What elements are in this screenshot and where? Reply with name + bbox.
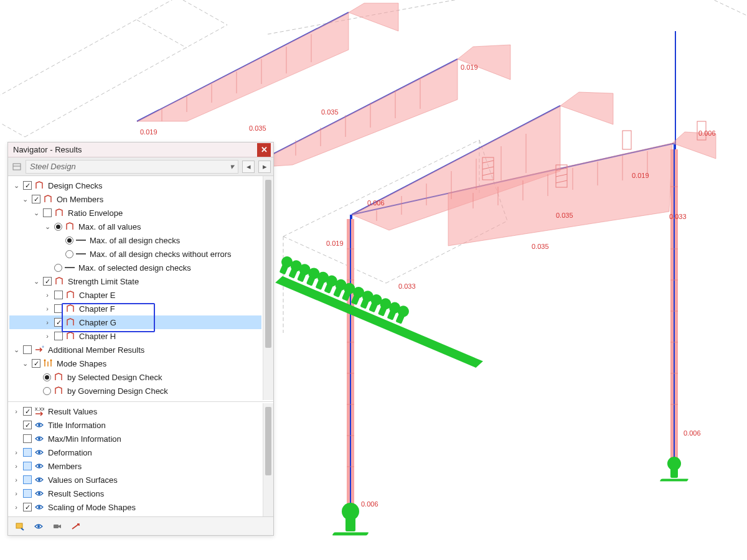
- tree-item-by-governing[interactable]: by Governing Design Check: [9, 384, 261, 398]
- tree-item-result-sections[interactable]: › Result Sections: [9, 487, 261, 500]
- checkbox[interactable]: [54, 291, 63, 299]
- checkbox[interactable]: [23, 407, 32, 416]
- tree-item-chapter-g[interactable]: › Chapter G: [9, 315, 261, 329]
- checkbox[interactable]: [54, 304, 63, 313]
- result-value: 0.035: [556, 212, 573, 219]
- checkbox[interactable]: [23, 421, 32, 429]
- frame-icon: [65, 290, 75, 300]
- close-button[interactable]: ✕: [257, 143, 271, 157]
- checkbox[interactable]: [23, 462, 32, 470]
- panel-selector-bar: Steel Design ▾ ◂ ▸: [8, 157, 273, 176]
- svg-rect-67: [13, 164, 21, 170]
- expand-toggle[interactable]: ›: [12, 449, 21, 456]
- tree-item-chapter-h[interactable]: › Chapter H: [9, 329, 261, 343]
- vector-button[interactable]: [67, 518, 85, 534]
- tree-scrollbar[interactable]: [263, 403, 273, 516]
- module-icon: [12, 162, 22, 172]
- frame-icon: [43, 194, 53, 204]
- checkbox[interactable]: [23, 181, 32, 190]
- expand-toggle[interactable]: ›: [12, 476, 21, 483]
- expand-toggle[interactable]: ⌄: [21, 195, 29, 203]
- tree-item-strength-limit[interactable]: ⌄ Strength Limit State: [9, 274, 261, 288]
- tree-item-on-members[interactable]: ⌄ On Members: [9, 192, 261, 206]
- checkbox[interactable]: [23, 448, 32, 457]
- expand-toggle[interactable]: ⌄: [21, 360, 29, 368]
- record-button[interactable]: [48, 518, 67, 534]
- tree-item-result-values[interactable]: › x.xx Result Values: [9, 404, 261, 418]
- expand-toggle[interactable]: ›: [43, 291, 52, 299]
- radio[interactable]: [65, 236, 73, 245]
- checkbox[interactable]: [43, 208, 52, 217]
- checkbox[interactable]: [23, 503, 32, 511]
- expand-toggle[interactable]: ⌄: [12, 346, 21, 354]
- show-button[interactable]: [29, 518, 48, 534]
- svg-rect-85: [54, 525, 59, 528]
- svg-text:+: +: [42, 345, 44, 349]
- expand-toggle[interactable]: ›: [12, 408, 21, 415]
- expand-toggle[interactable]: ›: [43, 305, 52, 312]
- radio[interactable]: [43, 373, 51, 381]
- tree-scrollbar[interactable]: [263, 176, 273, 400]
- checkbox[interactable]: [23, 475, 32, 484]
- tree-item-design-checks[interactable]: ⌄ Design Checks: [9, 179, 261, 192]
- checkbox[interactable]: [54, 318, 63, 327]
- nav-next-button[interactable]: ▸: [258, 161, 271, 173]
- expand-toggle[interactable]: ›: [43, 332, 52, 340]
- support-node: [333, 503, 368, 536]
- result-value: 0.035: [532, 243, 549, 250]
- svg-text:x.xx: x.xx: [35, 406, 44, 412]
- checkbox[interactable]: [23, 345, 32, 354]
- tree-item-values-surfaces[interactable]: › Values on Surfaces: [9, 473, 261, 487]
- expand-toggle[interactable]: ›: [12, 490, 21, 497]
- frame-icon: [54, 208, 64, 218]
- tree-item-max-selected-checks[interactable]: Max. of selected design checks: [9, 261, 261, 274]
- tree-item-additional-results[interactable]: ⌄ + Additional Member Results: [9, 343, 261, 357]
- checkbox[interactable]: [23, 434, 32, 443]
- svg-point-78: [38, 451, 40, 454]
- tree-item-max-all-values[interactable]: ⌄ Max. of all values: [9, 220, 261, 233]
- radio[interactable]: [54, 264, 62, 272]
- svg-point-79: [38, 465, 40, 467]
- tree-item-ratio-envelope[interactable]: ⌄ Ratio Envelope: [9, 206, 261, 220]
- expand-toggle[interactable]: ›: [12, 503, 21, 511]
- eye-icon: [34, 420, 44, 430]
- eye-icon: [34, 447, 44, 457]
- expand-toggle[interactable]: ⌄: [12, 182, 21, 190]
- capture-button[interactable]: [11, 518, 29, 534]
- checkbox[interactable]: [32, 195, 40, 203]
- expand-toggle[interactable]: ⌄: [32, 209, 40, 217]
- tree-item-scaling-mode[interactable]: › Scaling of Mode Shapes: [9, 500, 261, 514]
- expand-toggle[interactable]: ⌄: [32, 278, 40, 286]
- result-value: 0.035: [321, 108, 339, 116]
- svg-point-84: [37, 525, 40, 528]
- tree-item-maxmin-info[interactable]: Max/Min Information: [9, 432, 261, 446]
- checkbox[interactable]: [23, 489, 32, 498]
- tree-item-chapter-e[interactable]: › Chapter E: [9, 288, 261, 302]
- eye-icon: [34, 461, 44, 471]
- radio[interactable]: [65, 250, 73, 258]
- expand-toggle[interactable]: ›: [12, 462, 21, 470]
- radio[interactable]: [54, 223, 62, 231]
- tree-item-title-info[interactable]: Title Information: [9, 418, 261, 432]
- dash-icon: [76, 240, 86, 241]
- panel-titlebar[interactable]: Navigator - Results ✕: [8, 142, 273, 157]
- tree-item-by-selected[interactable]: by Selected Design Check: [9, 370, 261, 384]
- tree-item-deformation[interactable]: › Deformation: [9, 446, 261, 459]
- nav-prev-button[interactable]: ◂: [242, 161, 255, 173]
- checkbox[interactable]: [54, 332, 63, 340]
- expand-toggle[interactable]: ⌄: [43, 223, 52, 231]
- results-tree-top[interactable]: ⌄ Design Checks ⌄ On Members ⌄ Ratio Env…: [8, 176, 263, 400]
- checkbox[interactable]: [43, 277, 52, 286]
- expand-toggle[interactable]: ›: [43, 319, 52, 326]
- tree-item-max-all-checks[interactable]: Max. of all design checks: [9, 233, 261, 247]
- tree-item-mode-shapes[interactable]: ⌄ Mode Shapes: [9, 357, 261, 370]
- checkbox[interactable]: [32, 359, 40, 368]
- svg-marker-5: [458, 45, 510, 80]
- tree-item-members[interactable]: › Members: [9, 459, 261, 473]
- module-dropdown[interactable]: Steel Design ▾: [26, 160, 238, 174]
- result-value: 0.035: [249, 124, 266, 132]
- radio[interactable]: [43, 387, 51, 395]
- navigator-results-panel[interactable]: Navigator - Results ✕ Steel Design ▾ ◂ ▸…: [7, 142, 274, 536]
- results-tree-bottom[interactable]: › x.xx Result Values Title Information M…: [8, 403, 263, 516]
- tree-item-max-all-checks-noerr[interactable]: Max. of all design checks without errors: [9, 247, 261, 261]
